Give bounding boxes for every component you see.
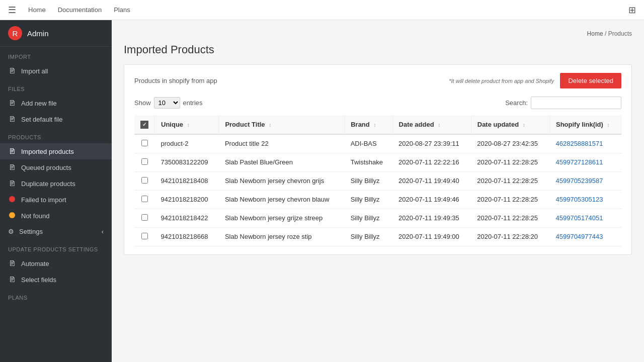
cell-brand: Silly Billyz <box>345 209 392 227</box>
cell-shopify-id[interactable]: 4599705239587 <box>549 171 621 190</box>
sidebar-item-automate[interactable]: 🖹 Automate <box>0 255 112 272</box>
cell-date-added: 2020-07-11 19:49:00 <box>392 227 471 246</box>
products-table: ✓ Unique ↕ Product Title ↕ Brand ↕ <box>134 115 621 246</box>
cell-date-added: 2020-07-11 19:49:40 <box>392 171 471 190</box>
title-sort-icon[interactable]: ↕ <box>269 122 271 128</box>
products-section-label: Products <box>0 127 112 143</box>
cell-shopify-id[interactable]: 4628258881571 <box>549 134 621 153</box>
row-checkbox-cell <box>134 209 155 227</box>
cell-date-added: 2020-07-11 19:49:35 <box>392 209 471 227</box>
cell-unique: 7350083122209 <box>155 153 219 171</box>
row-checkbox-cell <box>134 153 155 171</box>
sidebar-logo: R Admin <box>0 20 112 47</box>
sidebar-item-queued-products[interactable]: 🖹 Queued products <box>0 159 112 175</box>
nav-plans[interactable]: Plans <box>114 6 130 14</box>
table-row: 7350083122209 Slab Pastel Blue/Green Twi… <box>134 153 621 171</box>
duplicate-products-icon: 🖹 <box>8 179 16 188</box>
settings-icon: ⚙ <box>8 228 14 235</box>
col-date-updated: Date updated ↕ <box>471 115 549 134</box>
main-content: Home / Products Imported Products Produc… <box>112 20 644 362</box>
cell-date-updated: 2020-08-27 23:42:35 <box>471 134 549 153</box>
unique-sort-icon[interactable]: ↕ <box>187 122 190 128</box>
search-input[interactable] <box>531 97 621 109</box>
delete-selected-button[interactable]: Delete selected <box>560 73 621 88</box>
sidebar-item-add-new-file[interactable]: 🖹 Add new file <box>0 95 112 111</box>
shopify-sort-icon[interactable]: ↕ <box>607 122 610 128</box>
card-subtitle: Products in shopify from app <box>134 77 217 84</box>
sidebar-item-import-all[interactable]: 🖹 Import all <box>0 63 112 79</box>
products-card: Products in shopify from app *It will de… <box>124 64 632 255</box>
cell-unique: 9421018218668 <box>155 227 219 246</box>
row-checkbox-cell <box>134 227 155 246</box>
table-row: 9421018218200 Slab Newborn jersey chevro… <box>134 190 621 209</box>
cell-shopify-id[interactable]: 4599704977443 <box>549 227 621 246</box>
table-row: 9421018218668 Slab Newborn jersey roze s… <box>134 227 621 246</box>
select-all-header[interactable]: ✓ <box>134 115 155 134</box>
grid-icon[interactable]: ⊞ <box>628 5 636 16</box>
cell-date-added: 2020-07-11 22:22:16 <box>392 153 471 171</box>
nav-home[interactable]: Home <box>28 6 46 14</box>
select-all-checkbox[interactable]: ✓ <box>140 121 148 129</box>
brand-sort-icon[interactable]: ↕ <box>373 122 376 128</box>
col-unique: Unique ↕ <box>155 115 219 134</box>
not-found-icon <box>8 212 16 220</box>
cell-unique: 9421018218422 <box>155 209 219 227</box>
shopify-link-5[interactable]: 4599704977443 <box>555 233 603 240</box>
row-checkbox-cell <box>134 134 155 153</box>
cell-brand: ADI-BAS <box>345 134 392 153</box>
shopify-link-0[interactable]: 4628258881571 <box>555 140 603 147</box>
sidebar-item-not-found[interactable]: Not found <box>0 208 112 224</box>
date-added-sort-icon[interactable]: ↕ <box>438 122 440 128</box>
shopify-link-4[interactable]: 4599705174051 <box>555 214 603 222</box>
breadcrumb: Home / Products <box>124 30 632 37</box>
delete-note: *It will delete product from app and Sho… <box>449 78 554 84</box>
row-checkbox-5[interactable] <box>141 233 148 239</box>
sidebar-item-select-fields[interactable]: 🖹 Select fields <box>0 272 112 288</box>
row-checkbox-2[interactable] <box>141 177 148 184</box>
table-header-row: ✓ Unique ↕ Product Title ↕ Brand ↕ <box>134 115 621 134</box>
cell-date-updated: 2020-07-11 22:28:25 <box>471 153 549 171</box>
logo-icon: R <box>8 26 22 40</box>
row-checkbox-3[interactable] <box>141 196 148 202</box>
cell-shopify-id[interactable]: 4599705305123 <box>549 190 621 209</box>
cell-unique: 9421018218200 <box>155 190 219 209</box>
select-fields-icon: 🖹 <box>8 276 16 284</box>
cell-date-added: 2020-08-27 23:39:11 <box>392 134 471 153</box>
hamburger-icon[interactable]: ☰ <box>8 5 16 16</box>
cell-brand: Silly Billyz <box>345 190 392 209</box>
cell-title: Slab Pastel Blue/Green <box>219 153 345 171</box>
date-updated-sort-icon[interactable]: ↕ <box>523 122 525 128</box>
cell-brand: Twistshake <box>345 153 392 171</box>
automate-icon: 🖹 <box>8 259 16 267</box>
col-shopify-link: Shopify link(id) ↕ <box>549 115 621 134</box>
cell-unique: 9421018218408 <box>155 171 219 190</box>
sidebar-item-imported-products[interactable]: 🖹 Imported products <box>0 143 112 159</box>
app-name: Admin <box>27 29 49 38</box>
shopify-link-2[interactable]: 4599705239587 <box>555 177 603 185</box>
file-icon: 🖹 <box>8 67 16 75</box>
default-file-icon: 🖹 <box>8 115 16 123</box>
import-section-label: Import <box>0 47 112 63</box>
sidebar-item-settings[interactable]: ⚙ Settings ‹ <box>0 224 112 239</box>
cell-date-updated: 2020-07-11 22:28:25 <box>471 171 549 190</box>
cell-shopify-id[interactable]: 4599727128611 <box>549 153 621 171</box>
row-checkbox-1[interactable] <box>141 158 148 165</box>
breadcrumb-home[interactable]: Home <box>587 30 603 37</box>
shopify-link-3[interactable]: 4599705305123 <box>555 196 603 203</box>
nav-documentation[interactable]: Documentation <box>58 6 102 14</box>
sidebar-item-set-default-file[interactable]: 🖹 Set default file <box>0 111 112 127</box>
row-checkbox-4[interactable] <box>141 214 148 221</box>
cell-shopify-id[interactable]: 4599705174051 <box>549 209 621 227</box>
sidebar-item-failed-to-import[interactable]: Failed to import <box>0 192 112 208</box>
show-entries: Show 10 25 50 100 entries <box>134 97 203 109</box>
update-products-section-label: Update products settings <box>0 239 112 255</box>
col-date-added: Date added ↕ <box>392 115 471 134</box>
shopify-link-1[interactable]: 4599727128611 <box>555 158 603 166</box>
entries-select[interactable]: 10 25 50 100 <box>154 97 180 109</box>
cell-title: Slab Newborn jersey roze stip <box>219 227 345 246</box>
sidebar-item-duplicate-products[interactable]: 🖹 Duplicate products <box>0 175 112 192</box>
add-file-icon: 🖹 <box>8 99 16 107</box>
row-checkbox-0[interactable] <box>141 140 148 146</box>
files-section-label: Files <box>0 79 112 95</box>
table-controls: Show 10 25 50 100 entries Search: <box>134 97 621 109</box>
